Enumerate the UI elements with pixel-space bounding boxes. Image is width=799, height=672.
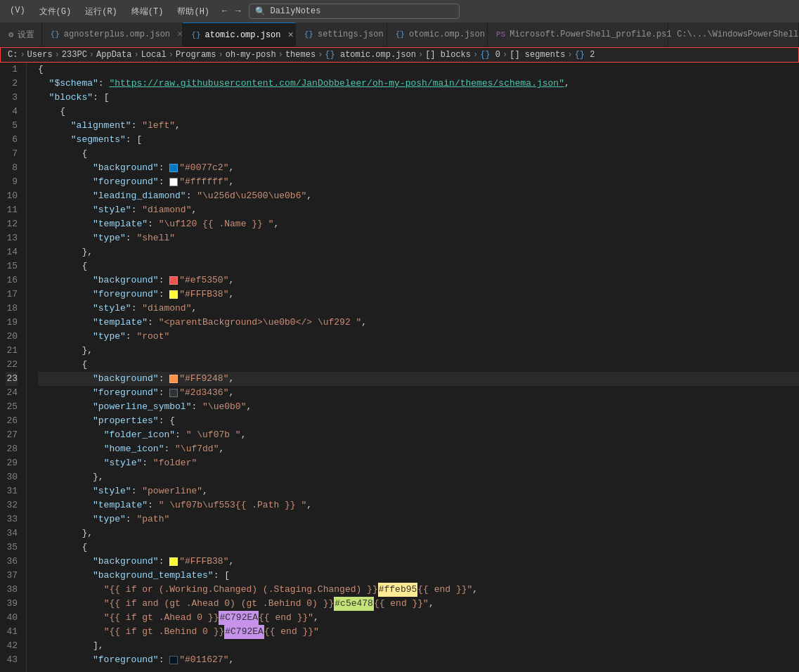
code-area[interactable]: { "$schema": "https://raw.githubusercont… [27, 63, 799, 672]
code-line-20: "type": "root" [38, 330, 799, 344]
code-line-16: "background": "#ef5350", [38, 273, 799, 287]
json-icon-2: {} [304, 30, 313, 39]
code-line-39: "{{ if and (gt .Ahead 0) (gt .Behind 0) … [38, 597, 799, 611]
tab-agnoster[interactable]: {} agnosterplus.omp.json × [42, 22, 183, 46]
tab-settings-json-label: settings.json [318, 30, 384, 39]
breadcrumb-c[interactable]: C: [8, 50, 18, 60]
nav-forward[interactable]: → [235, 6, 240, 16]
code-line-41: "{{ if gt .Behind 0 }}#C792EA{{ end }}" [38, 625, 799, 639]
tab-atomic-close[interactable]: × [288, 30, 294, 41]
ln-2: 2 [6, 77, 18, 91]
breadcrumb-oh-my-posh[interactable]: oh-my-posh [226, 50, 276, 60]
code-line-37: "background_templates": [ [38, 569, 799, 583]
ln-1: 1 [6, 63, 18, 77]
code-line-22: { [38, 358, 799, 372]
ln-20: 20 [6, 330, 18, 344]
code-line-25: "powerline_symbol": "\ue0b0", [38, 400, 799, 414]
breadcrumb-233pc[interactable]: 233PC [62, 50, 87, 60]
ln-34: 34 [6, 526, 18, 541]
tab-otomic[interactable]: {} otomic.omp.json [387, 22, 488, 46]
title-bar: (V) 文件(G) 运行(R) 终端(T) 帮助(H) ← → 🔍 DailyN… [0, 0, 799, 22]
code-line-42: ], [38, 639, 799, 653]
tab-settings-label: 设置 [18, 29, 34, 41]
breadcrumb-themes[interactable]: themes [285, 50, 316, 60]
breadcrumb-programs[interactable]: Programs [176, 50, 216, 60]
ln-22: 22 [6, 358, 18, 372]
ln-43: 43 [6, 653, 18, 667]
breadcrumb-users[interactable]: Users [27, 50, 53, 60]
breadcrumb-block0[interactable]: {} 0 [480, 50, 500, 60]
code-line-1: { [38, 63, 799, 77]
code-line-34: }, [38, 526, 799, 541]
breadcrumb-atomic-file[interactable]: {} atomic.omp.json [325, 50, 416, 60]
breadcrumb-appdata[interactable]: AppData [96, 50, 131, 60]
code-line-14: }, [38, 245, 799, 259]
code-line-43: "foreground": "#011627", [38, 653, 799, 667]
code-line-5: "alignment": "left", [38, 119, 799, 133]
code-line-31: "style": "powerline", [38, 484, 799, 498]
tab-powershell[interactable]: PS Microsoft.PowerShell_profile.ps1 [488, 22, 668, 46]
ln-18: 18 [6, 302, 18, 316]
ln-5: 5 [6, 119, 18, 133]
ln-37: 37 [6, 569, 18, 583]
ln-27: 27 [6, 428, 18, 442]
menu-v[interactable]: (V) [6, 4, 30, 19]
code-line-12: "template": "\uf120 {{ .Name }} ", [38, 217, 799, 231]
nav-back[interactable]: ← [222, 6, 227, 16]
ln-17: 17 [6, 287, 18, 302]
code-line-19: "template": "<parentBackground>\ue0b0</>… [38, 316, 799, 330]
ln-12: 12 [6, 217, 18, 231]
ln-11: 11 [6, 203, 18, 217]
menu-terminal[interactable]: 终端(T) [127, 4, 168, 19]
ps-icon: PS [496, 30, 505, 39]
editor: 1 2 3 4 5 6 7 8 9 10 11 12 13 14 15 16 1… [0, 63, 799, 672]
tab-settings[interactable]: ⚙ 设置 [0, 22, 42, 46]
tab-otomic-label: otomic.omp.json [409, 30, 485, 39]
ln-35: 35 [6, 541, 18, 555]
code-line-11: "style": "diamond", [38, 203, 799, 217]
code-line-3: "blocks": [ [38, 91, 799, 105]
settings-icon: ⚙ [8, 30, 13, 40]
code-line-32: "template": " \uf07b\uf553{{ .Path }} ", [38, 498, 799, 512]
tab-atomic[interactable]: {} atomic.omp.json × [183, 22, 295, 46]
ln-40: 40 [6, 611, 18, 625]
ln-4: 4 [6, 105, 18, 119]
menu-file[interactable]: 文件(G) [35, 4, 76, 19]
search-bar[interactable]: 🔍 DailyNotes [249, 4, 460, 19]
tab-agnoster-label: agnosterplus.omp.json [64, 30, 170, 39]
code-line-4: { [38, 105, 799, 119]
ln-38: 38 [6, 583, 18, 597]
code-line-17: "foreground": "#FFFB38", [38, 287, 799, 302]
ln-7: 7 [6, 147, 18, 161]
tab-atomic-label: atomic.omp.json [205, 30, 281, 40]
breadcrumb-blocks[interactable]: [] blocks [425, 50, 471, 60]
menu-help[interactable]: 帮助(H) [173, 4, 214, 19]
tab-agnoster-close[interactable]: × [177, 29, 183, 40]
breadcrumb-segments[interactable]: [] segments [509, 50, 565, 60]
ln-29: 29 [6, 456, 18, 470]
menu-run[interactable]: 运行(R) [81, 4, 122, 19]
json-icon-active: {} [191, 31, 200, 39]
code-line-30: }, [38, 470, 799, 484]
ln-32: 32 [6, 498, 18, 512]
search-text: DailyNotes [270, 6, 320, 16]
code-line-33: "type": "path" [38, 512, 799, 526]
code-line-8: "background": "#0077c2", [38, 161, 799, 175]
tab-path-label: C:\...\WindowsPowerShell [677, 30, 798, 39]
breadcrumb-local[interactable]: Local [141, 50, 167, 60]
code-line-15: { [38, 259, 799, 273]
code-line-18: "style": "diamond", [38, 302, 799, 316]
tab-settings-json[interactable]: {} settings.json [296, 22, 387, 46]
code-line-23: "background": "#FF9248", [38, 372, 799, 386]
tab-powershell-label: Microsoft.PowerShell_profile.ps1 [509, 30, 671, 39]
ln-21: 21 [6, 344, 18, 358]
line-numbers: 1 2 3 4 5 6 7 8 9 10 11 12 13 14 15 16 1… [0, 63, 27, 672]
ln-16: 16 [6, 273, 18, 287]
code-line-6: "segments": [ [38, 133, 799, 147]
ln-39: 39 [6, 597, 18, 611]
menu-bar[interactable]: (V) 文件(G) 运行(R) 终端(T) 帮助(H) [6, 4, 214, 19]
tab-path[interactable]: C:\...\WindowsPowerShell [668, 22, 799, 46]
ln-33: 33 [6, 512, 18, 526]
breadcrumb-seg2[interactable]: {} 2 [575, 50, 595, 60]
code-line-9: "foreground": "#ffffff", [38, 175, 799, 189]
